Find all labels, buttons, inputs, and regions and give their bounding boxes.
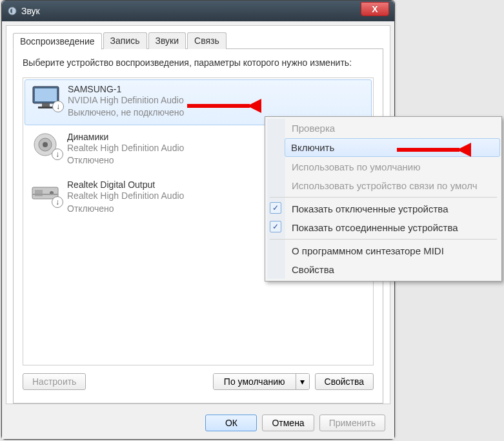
menu-show-disabled-label: Показать отключенные устройства <box>292 203 449 214</box>
monitor-icon: ↓ <box>30 84 61 110</box>
dialog-button-bar: ОК Отмена Применить <box>2 408 394 439</box>
menu-test[interactable]: Проверка <box>285 119 499 138</box>
device-info: SAMSUNG-1 NVIDIA High Definition Audio В… <box>68 84 184 119</box>
menu-set-default[interactable]: Использовать по умолчанию <box>285 158 499 176</box>
menu-show-disabled[interactable]: ✓ Показать отключенные устройства <box>285 200 499 218</box>
speaker-icon: ↓ <box>30 132 61 158</box>
set-default-label: По умолчанию <box>214 374 296 389</box>
device-box-icon: ↓ <box>30 179 61 205</box>
tab-playback[interactable]: Воспроизведение <box>13 33 102 50</box>
menu-separator <box>270 197 497 198</box>
close-icon: X <box>372 4 378 14</box>
menu-separator <box>270 239 497 240</box>
device-status: Выключено, не подключено <box>68 107 184 119</box>
svg-rect-4 <box>38 107 54 108</box>
device-status: Отключено <box>67 203 184 216</box>
tab-comm[interactable]: Связь <box>187 32 227 49</box>
check-icon: ✓ <box>270 202 281 214</box>
device-driver: NVIDIA High Definition Audio <box>68 94 184 107</box>
device-driver: Realtek High Definition Audio <box>67 142 184 155</box>
titlebar[interactable]: Звук X <box>2 1 394 21</box>
device-name: Realtek Digital Output <box>67 179 184 190</box>
tab-sounds[interactable]: Звуки <box>148 32 186 49</box>
cancel-button[interactable]: Отмена <box>262 415 314 431</box>
svg-rect-9 <box>35 190 43 196</box>
device-info: Realtek Digital Output Realtek High Defi… <box>67 179 184 215</box>
menu-set-comm-default[interactable]: Использовать устройство связи по умолч <box>285 176 499 195</box>
device-driver: Realtek High Definition Audio <box>67 190 184 203</box>
properties-button[interactable]: Свойства <box>315 373 374 390</box>
status-badge-icon: ↓ <box>52 196 63 208</box>
menu-properties[interactable]: Свойства <box>285 260 499 279</box>
device-status: Отключено <box>67 154 184 167</box>
svg-rect-3 <box>42 103 50 107</box>
device-name: Динамики <box>67 132 184 142</box>
svg-point-7 <box>43 142 48 147</box>
device-name: SAMSUNG-1 <box>68 84 184 94</box>
context-menu[interactable]: Проверка Включить Использовать по умолча… <box>265 116 502 282</box>
status-badge-icon: ↓ <box>52 101 64 112</box>
instruction-text: Выберите устройство воспроизведения, пар… <box>23 57 374 70</box>
menu-enable[interactable]: Включить <box>285 138 500 157</box>
tab-recording[interactable]: Запись <box>103 32 147 49</box>
svg-rect-11 <box>32 194 58 195</box>
configure-button[interactable]: Настроить <box>23 373 86 390</box>
apply-button[interactable]: Применить <box>319 415 385 431</box>
device-info: Динамики Realtek High Definition Audio О… <box>67 132 184 167</box>
dropdown-arrow-icon[interactable]: ▾ <box>296 374 309 389</box>
set-default-button[interactable]: По умолчанию ▾ <box>213 373 310 390</box>
check-icon: ✓ <box>270 221 281 232</box>
window-title: Звук <box>21 6 40 16</box>
ok-button[interactable]: ОК <box>205 415 257 431</box>
menu-midi[interactable]: О программном синтезаторе MIDI <box>285 241 499 260</box>
close-button[interactable]: X <box>361 2 389 16</box>
bottom-button-row: Настроить По умолчанию ▾ Свойства <box>23 365 374 396</box>
sound-icon <box>7 6 17 16</box>
svg-rect-2 <box>35 88 57 101</box>
tab-strip: Воспроизведение Запись Звуки Связь <box>13 32 383 49</box>
status-badge-icon: ↓ <box>52 149 63 160</box>
menu-show-disconnected-label: Показать отсоединенные устройства <box>292 222 458 233</box>
menu-show-disconnected[interactable]: ✓ Показать отсоединенные устройства <box>285 218 499 237</box>
